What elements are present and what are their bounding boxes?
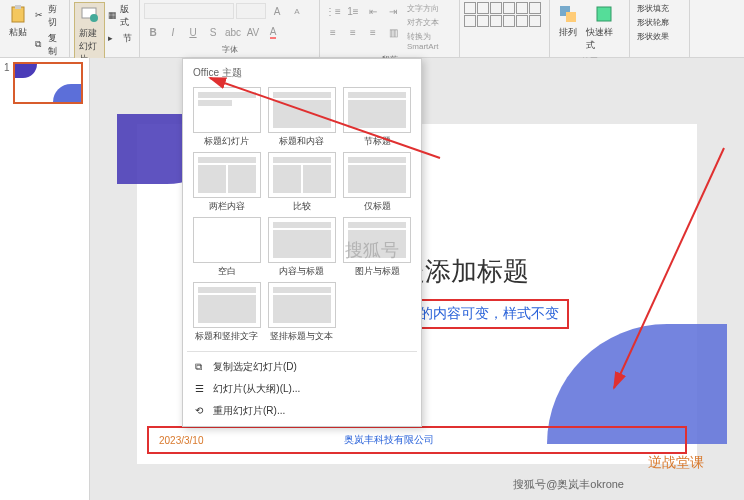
reuse-slides-menuitem[interactable]: ⟲重用幻灯片(R)... — [187, 400, 417, 422]
slide-thumbnail-1[interactable] — [13, 62, 83, 104]
layout-thumb-icon — [193, 87, 261, 133]
section-icon: ▸ — [108, 33, 120, 45]
paste-label: 粘贴 — [9, 26, 27, 39]
workspace: 1 Office 主题 标题幻灯片标题和内容节标题两栏内容比较仅标题空白内容与标… — [0, 58, 744, 500]
layout-thumb-icon — [193, 282, 261, 328]
duplicate-slide-menuitem[interactable]: ⧉复制选定幻灯片(D) — [187, 356, 417, 378]
arrange-group: 排列 快速样式 绘图 — [550, 0, 630, 57]
paste-icon — [8, 4, 28, 24]
reuse-icon: ⟲ — [195, 405, 207, 417]
layout-option-6[interactable]: 空白 — [191, 217, 262, 278]
align-center-button[interactable]: ≡ — [344, 23, 362, 41]
clipboard-group: 粘贴 ✂剪切 ⧉复制 🖌格式刷 剪贴板 — [0, 0, 70, 57]
copy-button[interactable]: ⧉复制 — [32, 31, 65, 59]
font-size-select[interactable] — [236, 3, 266, 19]
columns-button[interactable]: ▥ — [384, 23, 402, 41]
style-icon — [594, 4, 614, 24]
layout-option-label: 节标题 — [364, 135, 391, 148]
thumbnail-panel: 1 — [0, 58, 90, 500]
arrange-button[interactable]: 排列 — [554, 2, 582, 54]
layout-thumb-icon — [343, 152, 411, 198]
layout-option-label: 图片与标题 — [355, 265, 400, 278]
layout-option-1[interactable]: 标题和内容 — [266, 87, 337, 148]
font-group: A A B I U S abc AV A 字体 — [140, 0, 320, 57]
svg-rect-0 — [12, 7, 24, 22]
bullets-button[interactable]: ⋮≡ — [324, 2, 342, 20]
cut-icon: ✂ — [35, 10, 45, 22]
quick-style-button[interactable]: 快速样式 — [582, 2, 625, 54]
font-family-select[interactable] — [144, 3, 234, 19]
align-text-button[interactable]: 对齐文本 — [404, 16, 455, 29]
shadow-button[interactable]: abc — [224, 23, 242, 41]
slides-from-outline-menuitem[interactable]: ☰幻灯片(从大纲)(L)... — [187, 378, 417, 400]
layout-option-9[interactable]: 标题和竖排文字 — [191, 282, 262, 343]
text-direction-button[interactable]: 文字方向 — [404, 2, 455, 15]
copy-icon: ⧉ — [35, 39, 45, 51]
layout-button[interactable]: ▦版式 — [105, 2, 135, 30]
layout-option-4[interactable]: 比较 — [266, 152, 337, 213]
shape-gallery[interactable] — [464, 2, 545, 27]
layout-option-label: 两栏内容 — [209, 200, 245, 213]
layout-option-label: 标题和内容 — [279, 135, 324, 148]
layout-thumb-icon — [268, 152, 336, 198]
svg-rect-6 — [597, 7, 611, 21]
layout-option-label: 内容与标题 — [279, 265, 324, 278]
layout-thumb-icon — [268, 282, 336, 328]
section-button[interactable]: ▸节 — [105, 31, 135, 46]
spacing-button[interactable]: AV — [244, 23, 262, 41]
layout-option-label: 标题幻灯片 — [204, 135, 249, 148]
shape-effect-button[interactable]: 形状效果 — [634, 30, 685, 43]
svg-rect-1 — [15, 5, 21, 9]
layout-option-8[interactable]: 图片与标题 — [342, 217, 413, 278]
layout-option-2[interactable]: 节标题 — [342, 87, 413, 148]
slide-footer-highlighted: 2023/3/10 奥岚丰科技有限公司 — [147, 426, 687, 454]
layout-option-label: 比较 — [293, 200, 311, 213]
layout-thumb-icon — [268, 217, 336, 263]
layout-option-5[interactable]: 仅标题 — [342, 152, 413, 213]
indent-dec-button[interactable]: ⇤ — [364, 2, 382, 20]
numbering-button[interactable]: 1≡ — [344, 2, 362, 20]
svg-point-3 — [90, 14, 98, 22]
new-slide-icon — [79, 5, 99, 25]
layout-option-label: 仅标题 — [364, 200, 391, 213]
menu-heading: Office 主题 — [187, 63, 417, 83]
strike-button[interactable]: S — [204, 23, 222, 41]
layout-option-10[interactable]: 竖排标题与文本 — [266, 282, 337, 343]
outline-icon: ☰ — [195, 383, 207, 395]
font-color-button[interactable]: A — [264, 23, 282, 41]
svg-rect-5 — [566, 12, 576, 22]
increase-font-button[interactable]: A — [268, 2, 286, 20]
layout-dropdown-menu: Office 主题 标题幻灯片标题和内容节标题两栏内容比较仅标题空白内容与标题图… — [182, 58, 422, 427]
paragraph-group: ⋮≡ 1≡ ⇤ ⇥ ≡ ≡ ≡ ▥ 文字方向 对齐文本 转换为 SmartArt… — [320, 0, 460, 57]
align-left-button[interactable]: ≡ — [324, 23, 342, 41]
italic-button[interactable]: I — [164, 23, 182, 41]
slide-canvas: Office 主题 标题幻灯片标题和内容节标题两栏内容比较仅标题空白内容与标题图… — [90, 58, 744, 500]
layout-option-label: 标题和竖排文字 — [195, 330, 258, 343]
cut-button[interactable]: ✂剪切 — [32, 2, 65, 30]
bold-button[interactable]: B — [144, 23, 162, 41]
shape-fill-button[interactable]: 形状填充 — [634, 2, 685, 15]
ribbon: 粘贴 ✂剪切 ⧉复制 🖌格式刷 剪贴板 新建 幻灯片 ▦版式 ▸节 幻灯片 — [0, 0, 744, 58]
corner-text: 逆战堂课 — [648, 454, 704, 472]
footer-company: 奥岚丰科技有限公司 — [344, 433, 434, 447]
layout-thumb-icon — [193, 152, 261, 198]
font-label: 字体 — [144, 42, 315, 55]
layout-option-label: 竖排标题与文本 — [270, 330, 333, 343]
shape-outline-button[interactable]: 形状轮廓 — [634, 16, 685, 29]
indent-inc-button[interactable]: ⇥ — [384, 2, 402, 20]
layout-thumb-icon — [343, 87, 411, 133]
layout-option-7[interactable]: 内容与标题 — [266, 217, 337, 278]
layout-thumb-icon — [193, 217, 261, 263]
decrease-font-button[interactable]: A — [288, 2, 306, 20]
layout-icon: ▦ — [108, 10, 117, 22]
layout-option-0[interactable]: 标题幻灯片 — [191, 87, 262, 148]
layout-option-3[interactable]: 两栏内容 — [191, 152, 262, 213]
layout-option-label: 空白 — [218, 265, 236, 278]
watermark-bottom: 搜狐号@奥岚丰okrone — [513, 477, 624, 492]
align-right-button[interactable]: ≡ — [364, 23, 382, 41]
duplicate-icon: ⧉ — [195, 361, 207, 373]
shapes-group — [460, 0, 550, 57]
smartart-button[interactable]: 转换为 SmartArt — [404, 30, 455, 52]
underline-button[interactable]: U — [184, 23, 202, 41]
layout-thumb-icon — [343, 217, 411, 263]
